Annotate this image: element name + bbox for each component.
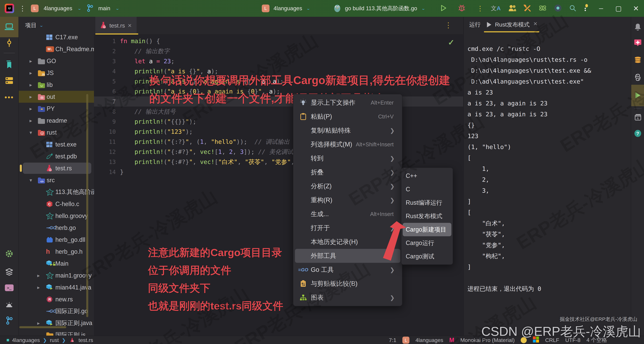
- tree-item-GO[interactable]: ▸GO: [19, 55, 94, 67]
- project-panel-header[interactable]: 项目⌄: [25, 22, 44, 29]
- submenu-item-Cargo运行[interactable]: Cargo运行: [401, 236, 453, 250]
- menu-item-重构(R)[interactable]: 重构(R)❯: [293, 193, 402, 207]
- more-run-kebab-icon[interactable]: ⋮: [477, 4, 484, 12]
- sidebar-settings-button-icon[interactable]: [0, 249, 18, 258]
- chevron-collapsed-icon[interactable]: ▸: [30, 82, 32, 88]
- tree-item-113.其他高阶函数[interactable]: G113.其他高阶函数: [19, 186, 94, 198]
- sidebar-git-button-icon[interactable]: [0, 316, 18, 325]
- run-button[interactable]: [440, 4, 447, 12]
- sidebar-project-button-icon[interactable]: [0, 22, 18, 32]
- project-widget[interactable]: 4languages: [44, 5, 72, 12]
- database-button-icon[interactable]: [631, 56, 644, 65]
- tree-item-mian441.java[interactable]: ▸mian441.java: [19, 282, 94, 293]
- project-vertical-scrollbar[interactable]: [86, 94, 88, 317]
- tree-item-test.rs[interactable]: Rtest.rs: [19, 162, 94, 174]
- sidebar-layers-button-icon[interactable]: [0, 267, 18, 276]
- chevron-collapsed-icon[interactable]: ▸: [37, 320, 40, 326]
- menu-item-粘贴(P)[interactable]: 粘贴(P)Ctrl+V: [293, 110, 402, 124]
- record-icon[interactable]: [554, 4, 562, 12]
- editor-kebab-icon[interactable]: ⋮: [445, 21, 452, 29]
- tree-item-readme[interactable]: ▸readme: [19, 114, 94, 126]
- tree-item-test.exe[interactable]: test.exe: [19, 138, 94, 150]
- tree-item-out[interactable]: ▸out: [19, 91, 94, 103]
- chevron-collapsed-icon[interactable]: ▸: [30, 106, 32, 112]
- chevron-expanded-icon[interactable]: ▾: [30, 130, 32, 136]
- chevron-collapsed-icon[interactable]: ▸: [37, 272, 40, 278]
- tree-item-src[interactable]: ▾</>src: [19, 174, 94, 186]
- submenu-item-Cargo新建项目[interactable]: Cargo新建项目: [403, 223, 451, 236]
- sidebar-commit-button-icon[interactable]: [0, 38, 18, 48]
- notifications-bell-button-icon[interactable]: [631, 22, 644, 32]
- run-toolwindow-button-icon[interactable]: [631, 90, 644, 100]
- menu-item-复制/粘贴特殊[interactable]: 复制/粘贴特殊❯: [293, 124, 402, 138]
- run-tab[interactable]: Rust发布模式 ✕: [495, 21, 538, 28]
- breadcrumb[interactable]: 4languages❯rust❯Rtest.rs: [7, 336, 93, 344]
- breadcrumb-item[interactable]: 4languages: [12, 337, 40, 343]
- submenu-item-C[interactable]: C: [401, 182, 453, 196]
- users-icon[interactable]: [508, 4, 516, 12]
- branch-widget[interactable]: main: [98, 5, 110, 12]
- search-icon[interactable]: [569, 4, 576, 12]
- ai-assistant-button-icon[interactable]: [631, 38, 644, 47]
- debug-button[interactable]: [458, 4, 465, 12]
- tree-item-lib[interactable]: ▸lib: [19, 79, 94, 91]
- python-console-button-icon[interactable]: [631, 73, 644, 82]
- tree-item-hello.groovy[interactable]: Ghello.groovy: [19, 210, 94, 222]
- chevron-collapsed-icon[interactable]: ▸: [37, 284, 40, 290]
- sidebar-terminal-button-icon[interactable]: >_: [0, 283, 18, 292]
- sidebar-structure-button-icon[interactable]: [0, 76, 18, 85]
- tree-item-C17.exe[interactable]: C17.exe: [19, 31, 94, 43]
- submenu-item-Rust发布模式[interactable]: Rust发布模式: [401, 210, 453, 223]
- chevron-collapsed-icon[interactable]: ▸: [30, 58, 32, 64]
- tree-item-main1.groovy[interactable]: ▸Gmain1.groovy: [19, 270, 94, 282]
- chevron-collapsed-icon[interactable]: ▸: [30, 70, 32, 76]
- help-button-icon[interactable]: ?: [631, 129, 644, 138]
- breadcrumb-item[interactable]: test.rs: [78, 337, 93, 343]
- run-output[interactable]: cmd.exe /c "rustc -O D:\ad\4languages\ru…: [468, 43, 591, 294]
- menu-item-转到[interactable]: 转到❯: [293, 151, 402, 165]
- menu-item-图表[interactable]: 图表❯: [293, 291, 402, 304]
- menu-item-列选择模式(M)[interactable]: 列选择模式(M)Alt+Shift+Insert: [293, 138, 402, 151]
- menu-item-与剪贴板比较(B)[interactable]: 与剪贴板比较(B): [293, 277, 402, 291]
- submenu-item-Rust编译运行[interactable]: Rust编译运行: [401, 196, 453, 210]
- tab-test-rs[interactable]: R test.rs ✕: [95, 17, 136, 34]
- main-menu-kebab-icon[interactable]: ⋮: [19, 4, 26, 12]
- chevron-collapsed-icon[interactable]: ▸: [30, 94, 32, 100]
- tree-item-Main[interactable]: Main: [19, 258, 94, 270]
- maximize-button[interactable]: ▢: [614, 4, 624, 12]
- menu-item-Go 工具[interactable]: ≡GOGo 工具❯: [293, 263, 402, 277]
- minimize-button[interactable]: ─: [596, 5, 606, 12]
- submenu-item-C++[interactable]: C++: [401, 169, 453, 182]
- tree-item-rust[interactable]: ▾Rrust: [19, 126, 94, 138]
- tree-item-JS[interactable]: ▸JSJS: [19, 67, 94, 79]
- atom-icon[interactable]: [538, 4, 547, 13]
- close-button[interactable]: ✕: [631, 4, 641, 12]
- chevron-expanded-icon[interactable]: ▾: [30, 177, 32, 183]
- tree-item-PY[interactable]: ▸PY: [19, 103, 94, 114]
- tree-item-herb_go.dll[interactable]: herb_go.dll: [19, 234, 94, 246]
- tree-item-国际正则.go[interactable]: ⊸GO国际正则.go: [19, 305, 94, 317]
- menu-item-生成...[interactable]: 生成...Alt+Insert: [293, 207, 402, 221]
- project-widget-center[interactable]: 4languages: [274, 5, 302, 12]
- caret-position[interactable]: 7:1: [389, 337, 396, 343]
- tree-item-new.rs[interactable]: Rnew.rs: [19, 293, 94, 305]
- menu-item-显示上下文操作[interactable]: 显示上下文操作Alt+Enter: [293, 96, 402, 110]
- translate-icon[interactable]: 文A: [491, 4, 501, 12]
- tree-item-herb_go.h[interactable]: hherb_go.h: [19, 246, 94, 258]
- status-project[interactable]: 4languages: [416, 337, 443, 343]
- tree-item-herb.go[interactable]: ⊸GOherb.go: [19, 222, 94, 234]
- sidebar-bookmarks-button-icon[interactable]: [0, 60, 18, 70]
- chevron-collapsed-icon[interactable]: ▸: [30, 118, 32, 124]
- submenu-item-Cargo测试[interactable]: Cargo测试: [401, 250, 453, 263]
- tree-item-C-hello.c[interactable]: CC-hello.c: [19, 198, 94, 210]
- sidebar-more-button-icon[interactable]: •••: [0, 93, 18, 102]
- tree-item-test.pdb[interactable]: test.pdb: [19, 150, 94, 162]
- sidebar-notifications-button-icon[interactable]: [0, 300, 18, 309]
- menu-item-分析(Z)[interactable]: 分析(Z)❯: [293, 179, 402, 193]
- project-horizontal-scrollbar[interactable]: [19, 326, 66, 328]
- breadcrumb-item[interactable]: rust: [50, 337, 59, 343]
- avatar[interactable]: L: [402, 336, 410, 344]
- menu-item-折叠[interactable]: 折叠❯: [293, 165, 402, 179]
- close-run-tab-icon[interactable]: ✕: [533, 21, 538, 28]
- dictionary-button-icon[interactable]: A: [631, 113, 644, 122]
